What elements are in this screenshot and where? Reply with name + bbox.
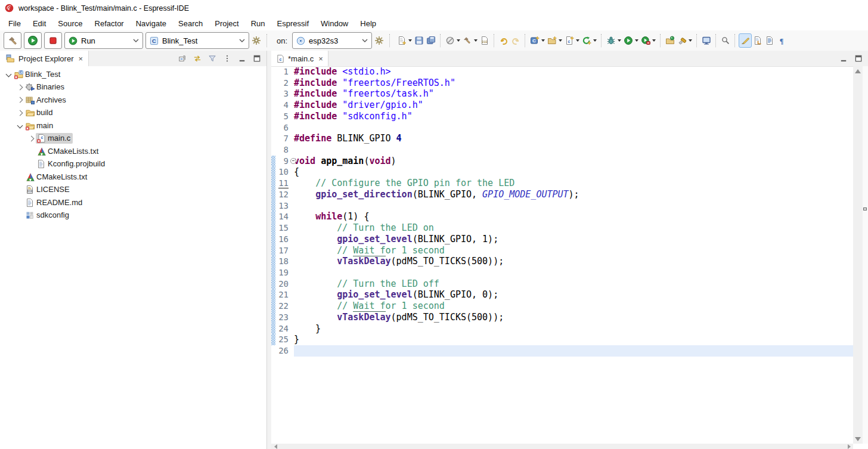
- new-source-folder-icon[interactable]: [546, 34, 558, 47]
- skip-breakpoints-icon[interactable]: [444, 34, 456, 47]
- tree-item-cmakelists-txt[interactable]: CMakeLists.txt: [0, 145, 266, 158]
- code-text[interactable]: // Wait for 1 second: [294, 301, 853, 312]
- tree-item-binaries[interactable]: Binaries: [0, 81, 266, 94]
- tab-project-explorer[interactable]: Project Explorer ×: [0, 51, 89, 66]
- code-text[interactable]: {: [294, 166, 853, 178]
- tree-item-main-c[interactable]: cmain.c: [0, 132, 266, 145]
- line-number[interactable]: 3: [271, 88, 294, 100]
- line-number[interactable]: 15: [271, 222, 294, 234]
- line-number[interactable]: 8: [271, 144, 294, 156]
- line-number[interactable]: 26: [271, 345, 294, 357]
- line-number[interactable]: 11: [271, 178, 294, 189]
- run-dropdown-arrow-icon[interactable]: [635, 39, 638, 42]
- tree-item-build[interactable]: build: [0, 107, 266, 120]
- collapsed-chevron-icon[interactable]: [15, 85, 24, 89]
- menu-refactor[interactable]: Refactor: [89, 17, 130, 30]
- horizontal-scrollbar[interactable]: [271, 444, 853, 449]
- new-c-file-dropdown-arrow-icon[interactable]: [576, 39, 579, 42]
- code-line-22[interactable]: 22 // Wait for 1 second: [271, 301, 853, 312]
- menu-espressif[interactable]: Espressif: [271, 17, 315, 30]
- tree-item-archives[interactable]: Archives: [0, 94, 266, 107]
- restart-launch-dropdown-arrow-icon[interactable]: [593, 39, 597, 42]
- tree-item-kconfig-projbuild[interactable]: Kconfig.projbuild: [0, 158, 266, 171]
- redo-icon[interactable]: [510, 34, 522, 47]
- code-text[interactable]: }: [294, 323, 853, 335]
- code-line-24[interactable]: 24 }: [271, 323, 853, 335]
- build-file-icon[interactable]: 010: [479, 34, 491, 47]
- line-number[interactable]: 24: [271, 323, 294, 335]
- fold-collapse-icon[interactable]: [290, 158, 296, 164]
- line-number[interactable]: 21: [271, 289, 294, 301]
- menu-window[interactable]: Window: [315, 17, 354, 30]
- close-icon[interactable]: ×: [78, 54, 83, 63]
- code-line-7[interactable]: 7#define BLINK_GPIO 4: [271, 133, 853, 144]
- tree-item-readme-md[interactable]: README.md: [0, 196, 266, 209]
- code-line-6[interactable]: 6: [271, 122, 853, 134]
- new-source-folder-dropdown-arrow-icon[interactable]: [559, 39, 562, 42]
- tree-item-main[interactable]: main: [0, 119, 266, 132]
- code-text[interactable]: }: [294, 334, 853, 345]
- code-text[interactable]: [294, 345, 853, 357]
- run-icon[interactable]: [622, 34, 634, 47]
- code-line-26[interactable]: 26: [271, 345, 853, 357]
- overview-ruler[interactable]: [863, 66, 868, 444]
- code-line-3[interactable]: 3#include "freertos/task.h": [271, 88, 853, 100]
- debug-icon[interactable]: [605, 34, 617, 47]
- restart-launch-icon[interactable]: [581, 34, 593, 47]
- maximize-icon[interactable]: [252, 54, 262, 63]
- launch-config-gear-icon[interactable]: [252, 36, 261, 45]
- new-c-file-icon[interactable]: c: [563, 34, 575, 47]
- line-number[interactable]: 5: [271, 111, 294, 122]
- code-line-1[interactable]: 1#include <stdio.h>: [271, 66, 853, 78]
- tree-item-sdkconfig[interactable]: sdkconfig: [0, 209, 266, 222]
- show-whitespace-icon[interactable]: ¶: [776, 34, 788, 47]
- code-line-11[interactable]: 11 // Configure the GPIO pin for the LED: [271, 178, 853, 189]
- code-text[interactable]: void app_main(void): [294, 156, 853, 167]
- line-number[interactable]: 10: [271, 166, 294, 178]
- open-console-icon[interactable]: [700, 34, 712, 47]
- code-line-15[interactable]: 15 // Turn the LED on: [271, 222, 853, 234]
- code-text[interactable]: #include "sdkconfig.h": [294, 111, 853, 122]
- collapsed-chevron-icon[interactable]: [15, 98, 24, 102]
- line-number[interactable]: 1: [271, 66, 294, 78]
- new-wizard-dropdown-arrow-icon[interactable]: [408, 39, 412, 42]
- menu-file[interactable]: File: [2, 17, 27, 30]
- menu-help[interactable]: Help: [354, 17, 382, 30]
- code-line-18[interactable]: 18 vTaskDelay(pdMS_TO_TICKS(500));: [271, 256, 853, 267]
- code-line-20[interactable]: 20 // Turn the LED off: [271, 278, 853, 290]
- menu-navigate[interactable]: Navigate: [130, 17, 172, 30]
- menu-search[interactable]: Search: [172, 17, 209, 30]
- code-text[interactable]: // Turn the LED off: [294, 278, 853, 290]
- link-with-editor-icon[interactable]: [193, 54, 202, 63]
- code-line-23[interactable]: 23 vTaskDelay(pdMS_TO_TICKS(500));: [271, 312, 853, 323]
- line-number[interactable]: 4: [271, 100, 294, 111]
- tree-item-blink-test[interactable]: CBlink_Test: [0, 68, 266, 81]
- menu-source[interactable]: Source: [52, 17, 88, 30]
- maximize-icon[interactable]: [854, 54, 863, 63]
- tab-main-c[interactable]: c *main.c ×: [271, 51, 328, 66]
- expanded-chevron-icon[interactable]: [4, 72, 13, 76]
- code-text[interactable]: vTaskDelay(pdMS_TO_TICKS(500));: [294, 312, 853, 323]
- scroll-down-arrow-icon[interactable]: [853, 434, 863, 444]
- view-menu-icon[interactable]: [222, 54, 232, 63]
- line-number[interactable]: 2: [271, 78, 294, 89]
- save-icon[interactable]: [413, 34, 425, 47]
- code-line-5[interactable]: 5#include "sdkconfig.h": [271, 111, 853, 122]
- code-line-14[interactable]: 14 while(1) {: [271, 211, 853, 222]
- stop-button[interactable]: [44, 32, 62, 49]
- code-text[interactable]: // Wait for 1 second: [294, 245, 853, 256]
- launch-config-combo[interactable]: C Blink_Test: [145, 32, 249, 49]
- code-text[interactable]: while(1) {: [294, 211, 853, 222]
- line-number[interactable]: 12: [271, 189, 294, 200]
- line-number[interactable]: 9: [271, 156, 294, 167]
- linked-doc-icon[interactable]: [752, 34, 764, 47]
- code-line-21[interactable]: 21 gpio_set_level(BLINK_GPIO, 0);: [271, 289, 853, 301]
- code-text[interactable]: // Turn the LED on: [294, 222, 853, 234]
- undo-icon[interactable]: [498, 34, 510, 47]
- scroll-left-arrow-icon[interactable]: [272, 444, 278, 449]
- search-flashlight-icon[interactable]: [676, 34, 688, 47]
- search-flashlight-dropdown-arrow-icon[interactable]: [689, 39, 692, 42]
- toggle-highlight-icon[interactable]: [739, 33, 752, 48]
- code-text[interactable]: #include <stdio.h>: [294, 66, 853, 78]
- line-number[interactable]: 20: [271, 278, 294, 290]
